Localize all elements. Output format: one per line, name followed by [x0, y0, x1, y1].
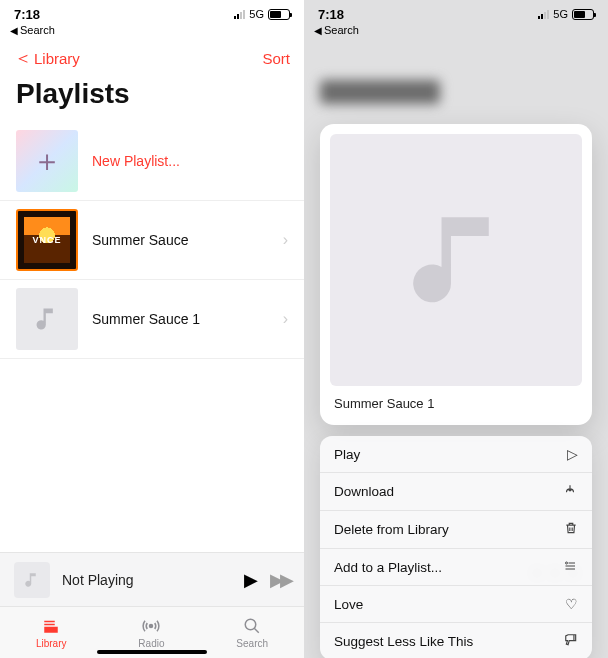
playlist-list: ＋ New Playlist... VNCE Summer Sauce › Su…: [0, 122, 304, 359]
signal-bars-icon: [234, 9, 245, 19]
row-label: Summer Sauce: [92, 232, 269, 248]
battery-icon: [268, 9, 290, 20]
time: 7:18: [318, 7, 344, 22]
tab-library[interactable]: Library: [36, 616, 67, 649]
menu-item-delete[interactable]: Delete from Library: [320, 511, 592, 549]
nav-header: ＜ Library Sort: [0, 40, 304, 78]
chevron-right-icon: ›: [283, 231, 288, 249]
chevron-right-icon: ›: [283, 310, 288, 328]
download-icon: [562, 483, 578, 500]
menu-label: Love: [334, 597, 363, 612]
playlist-art-placeholder: [16, 288, 78, 350]
new-playlist-row[interactable]: ＋ New Playlist...: [0, 122, 304, 201]
blurred-title: [320, 80, 440, 104]
music-note-icon: [399, 203, 512, 316]
add-to-playlist-icon: [562, 559, 578, 575]
tab-search[interactable]: Search: [236, 616, 268, 649]
time: 7:18: [14, 7, 40, 22]
tab-label: Search: [236, 638, 268, 649]
new-playlist-art: ＋: [16, 130, 78, 192]
tab-label: Library: [36, 638, 67, 649]
menu-item-add-playlist[interactable]: Add to a Playlist...: [320, 549, 592, 586]
music-note-icon: [23, 571, 41, 589]
search-icon: [243, 616, 261, 636]
sort-button[interactable]: Sort: [262, 50, 290, 67]
play-icon: ▷: [567, 446, 578, 462]
music-note-icon: [33, 305, 61, 333]
now-playing-art: [14, 562, 50, 598]
menu-label: Play: [334, 447, 360, 462]
playlist-row-summer-sauce[interactable]: VNCE Summer Sauce ›: [0, 201, 304, 280]
back-label: Library: [34, 50, 80, 67]
heart-icon: ♡: [565, 596, 578, 612]
home-indicator[interactable]: [97, 650, 207, 654]
menu-item-play[interactable]: Play ▷: [320, 436, 592, 473]
svg-point-1: [150, 625, 153, 628]
chevron-left-icon: ◀: [10, 25, 18, 36]
menu-label: Delete from Library: [334, 522, 449, 537]
preview-cover: [330, 134, 582, 386]
tab-label: Radio: [138, 638, 164, 649]
now-playing-bar[interactable]: Not Playing ▶ ▶▶: [0, 552, 304, 606]
playlists-screen: 7:18 5G ◀ Search ＜ Library Sort Playlist…: [0, 0, 304, 658]
trash-icon: [564, 521, 578, 538]
thumbs-down-icon: [564, 633, 578, 650]
signal-bars-icon: [538, 9, 549, 19]
tab-bar: Library Radio Search: [0, 606, 304, 658]
radio-icon: [140, 616, 162, 636]
battery-icon: [572, 9, 594, 20]
svg-point-2: [245, 619, 256, 630]
svg-line-3: [254, 628, 259, 633]
chevron-left-icon: ◀: [314, 25, 322, 36]
library-icon: [41, 616, 61, 636]
chevron-left-icon: ＜: [14, 46, 32, 70]
plus-icon: ＋: [32, 141, 62, 182]
menu-item-download[interactable]: Download: [320, 473, 592, 511]
preview-title: Summer Sauce 1: [330, 386, 582, 413]
menu-label: Suggest Less Like This: [334, 634, 473, 649]
context-menu-screen: 7:18 5G ◀ Search Summer Sauce 1 Play ▷ D…: [304, 0, 608, 658]
menu-label: Add to a Playlist...: [334, 560, 442, 575]
breadcrumb[interactable]: ◀ Search: [0, 24, 304, 40]
fast-forward-button[interactable]: ▶▶: [270, 569, 290, 591]
tab-radio[interactable]: Radio: [138, 616, 164, 649]
network-label: 5G: [553, 8, 568, 20]
album-art-text: VNCE: [32, 235, 61, 245]
playlist-art: VNCE: [16, 209, 78, 271]
row-label: New Playlist...: [92, 153, 288, 169]
svg-point-4: [566, 562, 568, 564]
status-bar: 7:18 5G: [304, 0, 608, 24]
menu-label: Download: [334, 484, 394, 499]
signal-indicator: 5G: [538, 8, 594, 20]
now-playing-label: Not Playing: [62, 572, 232, 588]
network-label: 5G: [249, 8, 264, 20]
page-title: Playlists: [0, 78, 304, 122]
breadcrumb[interactable]: ◀ Search: [304, 24, 608, 40]
breadcrumb-label: Search: [324, 24, 359, 36]
playlist-preview-card[interactable]: Summer Sauce 1: [320, 124, 592, 425]
status-bar: 7:18 5G: [0, 0, 304, 24]
context-menu: Play ▷ Download Delete from Library Add …: [320, 436, 592, 658]
menu-item-love[interactable]: Love ♡: [320, 586, 592, 623]
back-button[interactable]: ＜ Library: [14, 46, 80, 70]
breadcrumb-label: Search: [20, 24, 55, 36]
playlist-row-summer-sauce-1[interactable]: Summer Sauce 1 ›: [0, 280, 304, 359]
row-label: Summer Sauce 1: [92, 311, 269, 327]
svg-point-0: [53, 628, 56, 631]
play-button[interactable]: ▶: [244, 569, 258, 591]
signal-indicator: 5G: [234, 8, 290, 20]
menu-item-suggest-less[interactable]: Suggest Less Like This: [320, 623, 592, 658]
